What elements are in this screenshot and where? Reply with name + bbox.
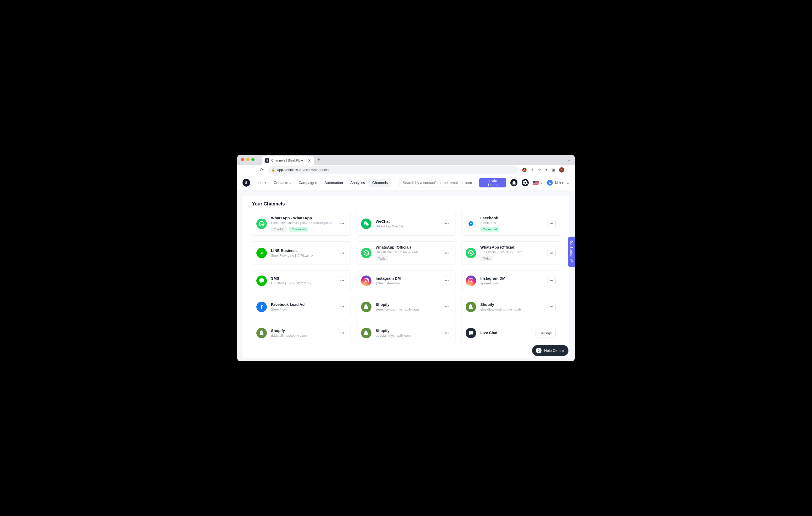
channel-body: WeChatSleekFlow WeChat <box>376 219 438 228</box>
channel-more-button[interactable]: ••• <box>443 303 451 311</box>
channel-subtitle: @test_sleekflow <box>376 281 438 285</box>
address-bar[interactable]: 🔒 app.sleekflow.io/en-US/channels <box>268 166 518 174</box>
tag: Connected <box>480 227 499 232</box>
channel-more-button[interactable]: ••• <box>443 249 451 257</box>
channel-more-button[interactable]: ••• <box>338 303 346 311</box>
nav-item-contacts[interactable]: Contacts⌄ <box>270 179 294 187</box>
channel-title: LINE Business <box>271 249 334 253</box>
channel-more-button[interactable]: ••• <box>547 303 556 311</box>
nav-item-campaigns[interactable]: Campaigns <box>295 179 320 187</box>
url-host: app.sleekflow.io <box>277 168 301 172</box>
nav-forward-icon[interactable]: → <box>249 167 255 173</box>
channel-body: Shopifydddstall.myshopify.com <box>376 329 438 337</box>
channel-title: Facebook <box>480 216 543 220</box>
nav-item-automation[interactable]: Automation <box>321 179 346 187</box>
help-centre-button[interactable]: ? Help Centre <box>532 345 569 356</box>
tabs-overflow-icon[interactable]: ⌄ <box>568 158 571 162</box>
channel-subtitle: SleekFlow WeChat <box>376 224 438 228</box>
search-input[interactable] <box>399 178 475 187</box>
channel-body: Shopifysleekflow-uat.myshopify.com <box>376 302 438 311</box>
insta-icon <box>361 275 372 286</box>
channel-more-button[interactable]: ••• <box>547 277 556 285</box>
channel-card[interactable]: Shopifydddstall.myshopify.com/••• <box>252 323 351 343</box>
channel-body: Instagram DM@test_sleekflow <box>376 276 438 285</box>
insta-icon <box>466 275 476 286</box>
channel-card[interactable]: Instagram DM@test_sleekflow••• <box>356 271 456 291</box>
invite-users-button[interactable]: Invite Users <box>479 178 506 187</box>
chevron-down-icon: ⌄ <box>289 182 291 185</box>
channel-subtitle: @sleekflow <box>480 281 543 285</box>
help-label: Help Centre <box>544 348 564 353</box>
channel-more-button[interactable]: ••• <box>443 277 451 285</box>
channel-more-button[interactable]: ••• <box>547 219 556 228</box>
browser-tabstrip: S Channels | SleekFlow ✕ + ⌄ <box>237 155 575 165</box>
window-zoom-icon[interactable] <box>252 158 255 161</box>
notifications-icon[interactable] <box>511 179 517 186</box>
shopify-icon <box>466 302 476 312</box>
svg-point-4 <box>367 279 368 280</box>
app-header: S InboxContacts⌄CampaignsAutomationAnaly… <box>237 175 575 190</box>
channel-settings-button[interactable]: Settings <box>535 329 556 337</box>
channel-body: WhatsApp (Official)SG Official | +65 312… <box>480 245 543 261</box>
channel-more-button[interactable]: ••• <box>547 249 556 257</box>
channel-more-button[interactable]: ••• <box>338 219 346 228</box>
bookmark-icon[interactable]: ☆ <box>538 168 541 172</box>
channel-body: WhatsApp - WhatsAppSleekflow ChatAPI | 8… <box>271 216 334 232</box>
browser-profile-avatar[interactable]: K <box>559 167 564 173</box>
settings-gear-icon[interactable] <box>522 179 529 186</box>
channel-more-button[interactable]: ••• <box>443 329 451 337</box>
channel-tags: Connected <box>480 227 543 232</box>
share-icon[interactable]: ⇪ <box>530 168 534 172</box>
channel-subtitle: SleekFlow <box>480 221 543 225</box>
channel-body: WhatsApp (Official)HK Official | +852 64… <box>376 245 438 261</box>
nav-reload-icon[interactable]: ⟳ <box>259 167 264 173</box>
nav-item-analytics[interactable]: Analytics <box>347 179 368 187</box>
channels-panel: Your Channels WhatsApp - WhatsAppSleekfl… <box>242 195 570 358</box>
channel-subtitle: SleekFlow <box>271 307 334 311</box>
channel-more-button[interactable]: ••• <box>443 219 451 228</box>
sidepanel-icon[interactable]: ▣ <box>552 168 555 172</box>
channel-title: Shopify <box>271 329 334 333</box>
chevron-down-icon: ⌄ <box>567 181 570 185</box>
channel-card[interactable]: Live ChatSettings <box>461 323 560 343</box>
channel-more-button[interactable]: ••• <box>338 329 346 337</box>
channel-card[interactable]: Facebook Lead AdSleekFlow••• <box>252 297 351 317</box>
channel-subtitle: dddstall.myshopify.com <box>376 334 438 337</box>
channel-card[interactable]: WhatsApp - WhatsAppSleekflow ChatAPI | 8… <box>252 212 351 236</box>
get-started-tab[interactable]: Get Started ⓘ <box>568 237 575 267</box>
channel-more-button[interactable]: ••• <box>338 277 346 285</box>
channel-card[interactable]: WhatsApp (Official)SG Official | +65 312… <box>461 241 560 265</box>
channel-card[interactable]: SMSHK SMS | +852 6452 2442••• <box>252 271 351 291</box>
channel-card[interactable]: LINELINE BusinessSleekFlow Line | @761ai… <box>252 241 351 265</box>
window-controls <box>241 158 255 161</box>
channel-card[interactable]: Shopifysleekflow-uat.myshopify.com••• <box>356 297 456 317</box>
channel-card[interactable]: Shopifysleekflow-testing.myshopify...••• <box>461 297 560 317</box>
browser-tab[interactable]: S Channels | SleekFlow ✕ <box>262 156 314 165</box>
wechat-icon <box>361 218 372 229</box>
nav-back-icon[interactable]: ← <box>240 167 245 173</box>
channel-card[interactable]: WeChatSleekFlow WeChat••• <box>356 212 456 236</box>
browser-menu-icon[interactable]: ⋮ <box>568 167 572 172</box>
tag: Twilio <box>480 256 493 261</box>
new-tab-button[interactable]: + <box>317 157 320 162</box>
tab-close-icon[interactable]: ✕ <box>308 158 311 162</box>
extensions-icon[interactable]: ✦ <box>545 168 548 172</box>
svg-point-3 <box>365 280 367 281</box>
channel-more-button[interactable]: ••• <box>338 249 346 257</box>
channel-card[interactable]: FacebookSleekFlowConnected••• <box>461 212 560 236</box>
channel-subtitle: dddstall.myshopify.com/ <box>271 334 334 337</box>
channel-subtitle: sleekflow-testing.myshopify... <box>480 307 543 311</box>
channel-card[interactable]: WhatsApp (Official)HK Official | +852 64… <box>356 241 456 265</box>
window-close-icon[interactable] <box>241 158 244 161</box>
channel-card[interactable]: Instagram DM@sleekflow••• <box>461 271 560 291</box>
mute-icon[interactable]: 🔕 <box>522 168 527 172</box>
user-menu[interactable]: K Khloe ⌄ <box>547 180 570 186</box>
locale-switcher[interactable]: ⌄ <box>533 181 543 185</box>
nav-item-inbox[interactable]: Inbox <box>254 179 269 187</box>
nav-item-channels[interactable]: Channels <box>369 179 391 187</box>
channel-card[interactable]: Shopifydddstall.myshopify.com••• <box>356 323 456 343</box>
channel-subtitle: SG Official | +65 3129 5202 <box>480 250 543 254</box>
window-minimize-icon[interactable] <box>246 158 249 161</box>
app-logo[interactable]: S <box>242 179 250 187</box>
help-icon: ? <box>536 348 542 354</box>
